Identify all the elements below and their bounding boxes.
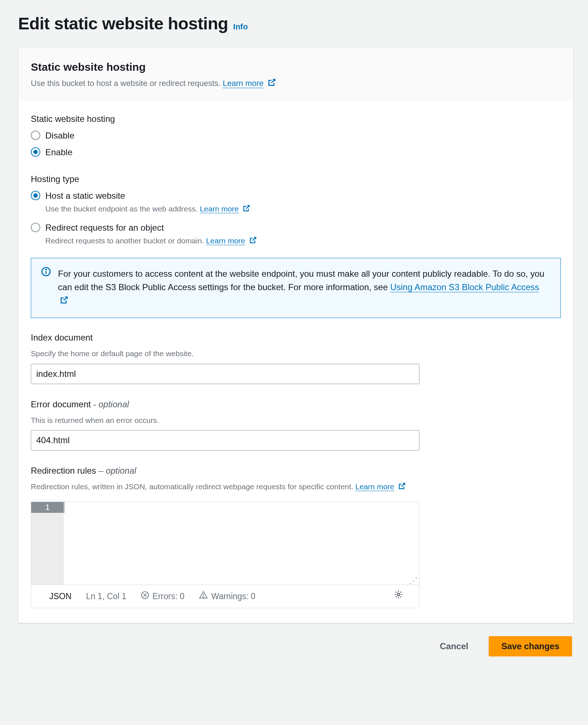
host-static-help: Use the bucket endpoint as the web addre… [45,205,198,213]
redirection-rules-group: Redirection rules – optional Redirection… [31,464,561,608]
redirect-help: Redirect requests to another bucket or d… [45,236,204,245]
svg-point-5 [203,597,204,597]
index-document-label: Index document [31,331,561,344]
error-document-label: Error document - optional [31,398,561,411]
error-document-help: This is returned when an error occurs. [31,415,561,426]
editor-settings-button[interactable] [394,590,403,603]
redirect-learn-more-link[interactable]: Learn more [206,236,245,245]
hosting-type-label: Hosting type [31,173,561,186]
svg-point-6 [397,593,399,596]
editor-errors: Errors: 0 [153,590,185,603]
panel-subtitle: Use this bucket to host a website or red… [31,79,220,88]
editor-gutter: 1 [31,502,64,585]
host-static-label: Host a static website [45,189,250,202]
redirection-rules-label: Redirection rules – optional [31,464,561,477]
radio-disable-label: Disable [45,129,74,142]
external-link-icon [60,294,68,308]
radio-icon [31,223,40,232]
redirect-label: Redirect requests for an object [45,221,257,234]
footer-actions: Cancel Save changes [18,636,573,656]
radio-icon [31,191,40,200]
info-icon [41,267,51,308]
hosting-type-group: Hosting type Host a static website Use t… [31,173,561,247]
radio-icon [31,131,40,140]
radio-redirect[interactable]: Redirect requests for an object Redirect… [31,221,561,247]
redirection-rules-learn-more-link[interactable]: Learn more [355,482,394,491]
panel-header: Static website hosting Use this bucket t… [18,48,573,100]
svg-point-2 [46,269,46,270]
panel-learn-more-link[interactable]: Learn more [223,79,264,88]
radio-host-static[interactable]: Host a static website Use the bucket end… [31,189,561,215]
external-link-icon [243,203,250,215]
error-document-input[interactable] [31,430,419,450]
panel-title: Static website hosting [31,59,561,75]
editor-textarea[interactable]: ⋰ [64,502,419,585]
resize-grip-icon[interactable]: ⋰ [409,578,418,583]
save-changes-button[interactable]: Save changes [489,636,572,656]
hosting-toggle-label: Static website hosting [31,112,561,125]
cancel-button[interactable]: Cancel [427,636,481,656]
redirection-rules-editor[interactable]: 1 ⋰ JSON Ln 1, Col 1 Errors: 0 [31,502,419,608]
radio-enable-label: Enable [45,146,73,159]
radio-enable[interactable]: Enable [31,146,561,159]
external-link-icon [249,235,257,247]
external-link-icon [398,481,406,493]
host-static-learn-more-link[interactable]: Learn more [200,205,239,213]
error-icon [141,590,149,603]
radio-disable[interactable]: Disable [31,129,561,142]
error-document-group: Error document - optional This is return… [31,398,561,451]
radio-icon [31,147,40,157]
info-box-link[interactable]: Using Amazon S3 Block Public Access [390,282,539,292]
public-access-info-box: For your customers to access content at … [31,258,561,318]
external-link-icon [268,78,276,90]
settings-panel: Static website hosting Use this bucket t… [18,48,573,623]
index-document-input[interactable] [31,364,419,384]
page-title: Edit static website hosting [18,11,228,37]
editor-cursor-position: Ln 1, Col 1 [86,590,126,603]
warning-icon [199,590,208,603]
index-document-group: Index document Specify the home or defau… [31,331,561,384]
editor-warnings: Warnings: 0 [211,590,256,603]
info-link[interactable]: Info [233,21,248,33]
index-document-help: Specify the home or default page of the … [31,348,561,359]
editor-status-bar: JSON Ln 1, Col 1 Errors: 0 Warnings: 0 [31,585,419,608]
line-number: 1 [31,502,64,513]
redirection-rules-help: Redirection rules, written in JSON, auto… [31,482,353,491]
hosting-toggle-group: Static website hosting Disable Enable [31,112,561,159]
editor-language: JSON [49,590,71,603]
